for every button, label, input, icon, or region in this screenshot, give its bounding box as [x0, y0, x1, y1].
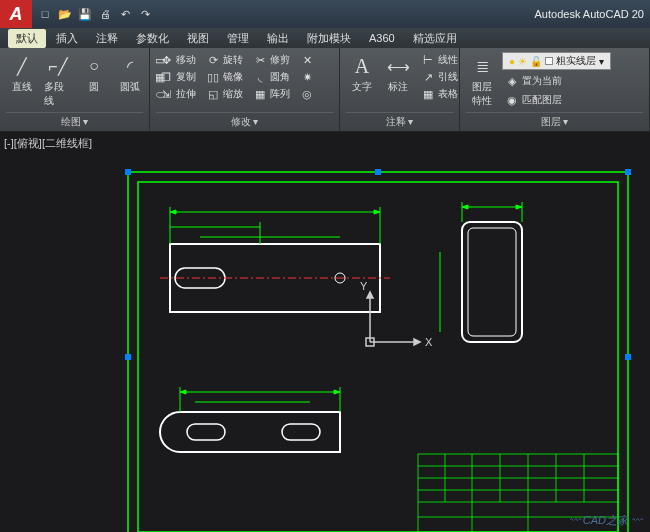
table-icon: ▦	[421, 87, 435, 101]
svg-rect-4	[625, 169, 631, 175]
modify-flyout-1[interactable]: ✕	[297, 52, 317, 68]
tab-featured[interactable]: 精选应用	[405, 29, 465, 48]
tab-a360[interactable]: A360	[361, 30, 403, 46]
svg-marker-20	[374, 210, 380, 214]
circle-button[interactable]: ○圆	[78, 52, 110, 110]
tab-annotate[interactable]: 注释	[88, 29, 126, 48]
linear-dim-button[interactable]: ⊢线性	[418, 52, 461, 68]
arc-button[interactable]: ◜圆弧	[114, 52, 146, 110]
svg-marker-33	[367, 292, 373, 298]
tab-view[interactable]: 视图	[179, 29, 217, 48]
trim-icon: ✂	[253, 53, 267, 67]
stretch-button[interactable]: ⇲拉伸	[156, 86, 199, 102]
polyline-icon: ⌐╱	[46, 54, 70, 78]
panel-draw-title[interactable]: 绘图 ▾	[6, 112, 143, 129]
tab-output[interactable]: 输出	[259, 29, 297, 48]
svg-marker-19	[170, 210, 176, 214]
polyline-button[interactable]: ⌐╱多段线	[42, 52, 74, 110]
array-button[interactable]: ▦阵列	[250, 86, 293, 102]
make-current-button[interactable]: ◈置为当前	[502, 73, 565, 89]
lock-icon: 🔓	[530, 56, 542, 67]
tab-insert[interactable]: 插入	[48, 29, 86, 48]
svg-marker-27	[462, 205, 468, 209]
rotate-icon: ⟳	[206, 53, 220, 67]
fillet-icon: ◟	[253, 70, 267, 84]
array-icon: ▦	[253, 87, 267, 101]
app-logo[interactable]: A	[0, 0, 32, 28]
qat-print-icon[interactable]: 🖨	[96, 5, 114, 23]
move-icon: ✥	[159, 53, 173, 67]
mirror-icon: ▯▯	[206, 70, 220, 84]
tab-parametric[interactable]: 参数化	[128, 29, 177, 48]
svg-rect-21	[462, 222, 522, 342]
panel-draw: ╱直线 ⌐╱多段线 ○圆 ◜圆弧 ▭ ▦ ⬭ 绘图 ▾	[0, 48, 150, 131]
rotate-button[interactable]: ⟳旋转	[203, 52, 246, 68]
make-current-icon: ◈	[505, 74, 519, 88]
svg-marker-38	[180, 390, 186, 394]
panel-annotation: A文字 ⟷标注 ⊢线性 ↗引线 ▦表格 注释 ▾	[340, 48, 460, 131]
scale-button[interactable]: ◱缩放	[203, 86, 246, 102]
trim-button[interactable]: ✂修剪	[250, 52, 293, 68]
svg-marker-32	[414, 339, 420, 345]
arc-icon: ◜	[118, 54, 142, 78]
titlebar: A □ 📂 💾 🖨 ↶ ↷ Autodesk AutoCAD 20	[0, 0, 650, 28]
qat-redo-icon[interactable]: ↷	[136, 5, 154, 23]
svg-rect-22	[468, 228, 516, 336]
layer-dropdown[interactable]: ● ☀ 🔓 粗实线层 ▾	[502, 52, 611, 70]
panel-layer: ≣图层 特性 ● ☀ 🔓 粗实线层 ▾ ◈置为当前 ◉匹配图层 图层 ▾	[460, 48, 650, 131]
ribbon-tabs: 默认 插入 注释 参数化 视图 管理 输出 附加模块 A360 精选应用	[0, 28, 650, 48]
erase-icon: ✕	[300, 53, 314, 67]
svg-rect-3	[375, 169, 381, 175]
quick-access-toolbar: □ 📂 💾 🖨 ↶ ↷	[32, 5, 158, 23]
layer-props-icon: ≣	[470, 54, 494, 78]
mirror-button[interactable]: ▯▯镜像	[203, 69, 246, 85]
ucs-y-label: Y	[360, 280, 368, 292]
dim-button[interactable]: ⟷标注	[382, 52, 414, 110]
qat-save-icon[interactable]: 💾	[76, 5, 94, 23]
tab-manage[interactable]: 管理	[219, 29, 257, 48]
drawing-canvas[interactable]: [-][俯视][二维线框]	[0, 132, 650, 532]
fillet-button[interactable]: ◟圆角	[250, 69, 293, 85]
modify-flyout-2[interactable]: ✷	[297, 69, 317, 85]
match-icon: ◉	[505, 93, 519, 107]
stretch-icon: ⇲	[159, 87, 173, 101]
sun-icon: ☀	[518, 56, 527, 67]
move-button[interactable]: ✥移动	[156, 52, 199, 68]
qat-open-icon[interactable]: 📂	[56, 5, 74, 23]
offset-icon: ◎	[300, 87, 314, 101]
qat-new-icon[interactable]: □	[36, 5, 54, 23]
copy-icon: ❐	[159, 70, 173, 84]
leader-button[interactable]: ↗引线	[418, 69, 461, 85]
modify-flyout-3[interactable]: ◎	[297, 86, 317, 102]
qat-undo-icon[interactable]: ↶	[116, 5, 134, 23]
tab-default[interactable]: 默认	[8, 29, 46, 48]
table-button[interactable]: ▦表格	[418, 86, 461, 102]
panel-modify-title[interactable]: 修改 ▾	[156, 112, 333, 129]
svg-rect-1	[138, 182, 618, 532]
window-title: Autodesk AutoCAD 20	[535, 8, 650, 20]
svg-rect-5	[125, 354, 131, 360]
line-button[interactable]: ╱直线	[6, 52, 38, 110]
watermark-brand: 〰 CAD之家 〰	[569, 513, 642, 528]
text-icon: A	[350, 54, 374, 78]
chevron-down-icon: ▾	[599, 56, 604, 67]
linear-icon: ⊢	[421, 53, 435, 67]
ribbon: ╱直线 ⌐╱多段线 ○圆 ◜圆弧 ▭ ▦ ⬭ 绘图 ▾ ✥移动 ❐复制 ⇲拉伸 …	[0, 48, 650, 132]
leader-icon: ↗	[421, 70, 435, 84]
panel-annot-title[interactable]: 注释 ▾	[346, 112, 453, 129]
layer-props-button[interactable]: ≣图层 特性	[466, 52, 498, 110]
svg-marker-39	[334, 390, 340, 394]
svg-rect-6	[625, 354, 631, 360]
layer-color-swatch	[545, 57, 553, 65]
drawing-content: X Y	[0, 132, 650, 532]
copy-button[interactable]: ❐复制	[156, 69, 199, 85]
dimension-icon: ⟷	[386, 54, 410, 78]
svg-rect-2	[125, 169, 131, 175]
match-layer-button[interactable]: ◉匹配图层	[502, 92, 565, 108]
text-button[interactable]: A文字	[346, 52, 378, 110]
explode-icon: ✷	[300, 70, 314, 84]
scale-icon: ◱	[206, 87, 220, 101]
tab-addons[interactable]: 附加模块	[299, 29, 359, 48]
panel-modify: ✥移动 ❐复制 ⇲拉伸 ⟳旋转 ▯▯镜像 ◱缩放 ✂修剪 ◟圆角 ▦阵列 ✕ ✷…	[150, 48, 340, 131]
panel-layer-title[interactable]: 图层 ▾	[466, 112, 643, 129]
